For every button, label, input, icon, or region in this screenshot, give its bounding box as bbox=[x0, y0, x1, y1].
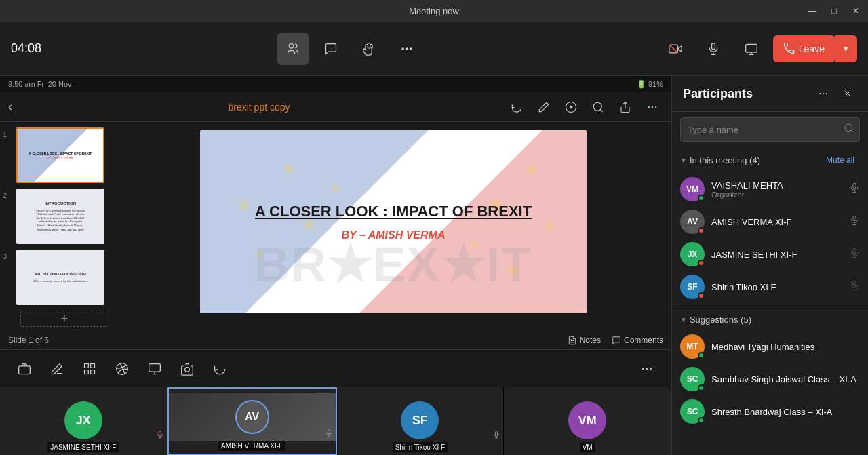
add-slide-button[interactable]: + bbox=[20, 311, 108, 327]
participant-name-shresth: Shresth Bhardwaj Class – XI-A bbox=[711, 407, 860, 417]
participant-item-shresth[interactable]: SC Shresth Bhardwaj Class – XI-A bbox=[672, 395, 868, 428]
share-icon bbox=[619, 101, 631, 113]
undo-bottom-button[interactable] bbox=[206, 355, 233, 382]
leave-button-group: Leave ▾ bbox=[773, 35, 857, 62]
mute-all-button[interactable]: Mute all bbox=[821, 153, 860, 167]
svg-rect-7 bbox=[745, 44, 757, 52]
participant-name-medhavi: Medhavi Tyagi Humanities bbox=[711, 342, 860, 352]
participants-button[interactable] bbox=[277, 33, 309, 65]
comments-icon bbox=[612, 336, 621, 345]
presentation-area: 9:50 am Fri 20 Nov 🔋 91% ‹ brexit ppt co… bbox=[0, 76, 671, 455]
slide-thumbnails: 1 A CLOSER LOOK : IMPACT OF BREXIT BY – … bbox=[0, 122, 115, 332]
avatar-jasmine: JX bbox=[64, 401, 102, 439]
panel-header: Participants bbox=[672, 76, 868, 112]
search-icon bbox=[844, 123, 854, 134]
slide-thumbnail-2[interactable]: 2 INTRODUCTION • Brexit is a portmanteau… bbox=[3, 189, 113, 244]
svg-point-2 bbox=[406, 47, 408, 50]
annotation-icon bbox=[50, 362, 64, 376]
presentation-tools bbox=[506, 96, 663, 118]
mic-jasmine bbox=[156, 429, 164, 441]
suggestions-chevron: ▼ bbox=[680, 316, 687, 323]
share-screen-button[interactable] bbox=[735, 33, 768, 65]
undo-button[interactable] bbox=[506, 96, 528, 118]
more-bottom-button[interactable] bbox=[633, 355, 660, 382]
avatar-vaishali: VM bbox=[680, 177, 705, 201]
notes-label: Notes bbox=[580, 336, 601, 345]
participant-info-shirin: Shirin Tikoo XI F bbox=[711, 282, 842, 292]
avatar-vm: VM bbox=[568, 401, 606, 439]
svg-point-13 bbox=[652, 106, 653, 107]
panel-close-button[interactable] bbox=[838, 84, 857, 103]
participant-search-input[interactable] bbox=[680, 117, 860, 142]
svg-rect-51 bbox=[853, 183, 856, 188]
brexit-watermark: BR★EX★IT bbox=[254, 236, 532, 293]
add-slide-area: + bbox=[3, 311, 113, 327]
more-bottom-icon bbox=[640, 362, 654, 376]
undo-icon bbox=[511, 101, 523, 113]
mic-shirin bbox=[492, 429, 500, 441]
status-shresth bbox=[698, 417, 705, 424]
slide-img-1: A CLOSER LOOK : IMPACT OF BREXIT BY – AM… bbox=[16, 127, 104, 183]
status-bar-right: 🔋 91% bbox=[637, 80, 663, 89]
slide-thumbnail-3[interactable]: 3 ABOUT UNITED KINGDOM UK is a country f… bbox=[3, 250, 113, 305]
layout-button[interactable] bbox=[11, 355, 38, 382]
annotate-button[interactable] bbox=[533, 96, 555, 118]
more-button[interactable] bbox=[391, 33, 423, 65]
participant-info-sambhav: Sambhav Singh Jaiswal Class – XI-A bbox=[711, 374, 860, 384]
participant-item-jasmine[interactable]: JX JASMINE SETHI XI-F bbox=[672, 238, 868, 271]
titlebar: Meeting now — □ ✕ bbox=[0, 0, 868, 22]
mic-muted-icon-shirin bbox=[849, 280, 860, 291]
participant-item-medhavi[interactable]: MT Medhavi Tyagi Humanities bbox=[672, 330, 868, 363]
whiteboard-button[interactable] bbox=[141, 355, 168, 382]
search-button[interactable] bbox=[587, 96, 609, 118]
slide-author: BY – AMISH VERMA bbox=[255, 229, 532, 241]
screenshot-button[interactable] bbox=[174, 355, 201, 382]
notes-button[interactable]: Notes bbox=[568, 336, 601, 345]
svg-rect-6 bbox=[711, 43, 715, 49]
video-strip: JX JASMINE SETHI XI-F AV AMISH VERMA XI-… bbox=[0, 387, 671, 455]
play-button[interactable] bbox=[560, 96, 582, 118]
mic-indicator-vaishali bbox=[849, 182, 860, 196]
avatar-jasmine-panel: JX bbox=[680, 242, 705, 266]
close-icon bbox=[842, 88, 853, 99]
back-button[interactable]: ‹ bbox=[8, 100, 12, 114]
share-button[interactable] bbox=[614, 96, 636, 118]
camera-button[interactable] bbox=[659, 33, 692, 65]
participant-info-amish: AMISH VERMA XI-F bbox=[711, 217, 842, 227]
avatar-photo-amish: AV bbox=[235, 400, 269, 434]
leave-button[interactable]: Leave bbox=[773, 35, 835, 62]
minimize-button[interactable]: — bbox=[806, 4, 819, 18]
svg-rect-31 bbox=[91, 363, 95, 368]
comments-button[interactable]: Comments bbox=[612, 336, 663, 345]
search-icon-button[interactable] bbox=[844, 123, 854, 136]
mic-indicator-jasmine bbox=[849, 248, 860, 261]
effects-icon bbox=[115, 362, 129, 376]
suggestions-section-header[interactable]: ▼ Suggestions (5) bbox=[672, 309, 868, 330]
slide-num-1: 1 bbox=[3, 127, 14, 138]
grid-view-button[interactable] bbox=[76, 355, 103, 382]
more-options-icon bbox=[646, 101, 658, 113]
panel-more-button[interactable] bbox=[814, 84, 833, 103]
effects-button[interactable] bbox=[108, 355, 136, 382]
raise-hand-button[interactable] bbox=[353, 33, 385, 65]
participant-item-amish[interactable]: AV AMISH VERMA XI-F bbox=[672, 205, 868, 238]
close-button[interactable]: ✕ bbox=[849, 4, 863, 18]
participant-item-sambhav[interactable]: SC Sambhav Singh Jaiswal Class – XI-A bbox=[672, 363, 868, 395]
leave-chevron-button[interactable]: ▾ bbox=[835, 35, 857, 62]
annotation-button[interactable] bbox=[43, 355, 71, 382]
layout-icon bbox=[18, 362, 31, 376]
screenshot-icon bbox=[180, 362, 194, 376]
microphone-icon bbox=[707, 42, 720, 56]
more-options-button[interactable] bbox=[642, 96, 663, 118]
microphone-button[interactable] bbox=[697, 33, 730, 65]
slide-content: A CLOSER LOOK : IMPACT OF BREXIT BY – AM… bbox=[255, 202, 532, 242]
svg-point-0 bbox=[290, 43, 294, 48]
svg-line-5 bbox=[669, 45, 678, 53]
in-meeting-section-header[interactable]: ▼ In this meeting (4) Mute all bbox=[672, 147, 868, 173]
maximize-button[interactable]: □ bbox=[827, 4, 841, 18]
slide-thumbnail-1[interactable]: 1 A CLOSER LOOK : IMPACT OF BREXIT BY – … bbox=[3, 127, 113, 183]
participant-item-vaishali[interactable]: VM VAISHALI MEHTA Organizer bbox=[672, 173, 868, 205]
status-time: 9:50 am Fri 20 Nov bbox=[8, 80, 72, 88]
participant-item-shirin[interactable]: SF Shirin Tikoo XI F bbox=[672, 271, 868, 303]
chat-button[interactable] bbox=[315, 33, 347, 65]
